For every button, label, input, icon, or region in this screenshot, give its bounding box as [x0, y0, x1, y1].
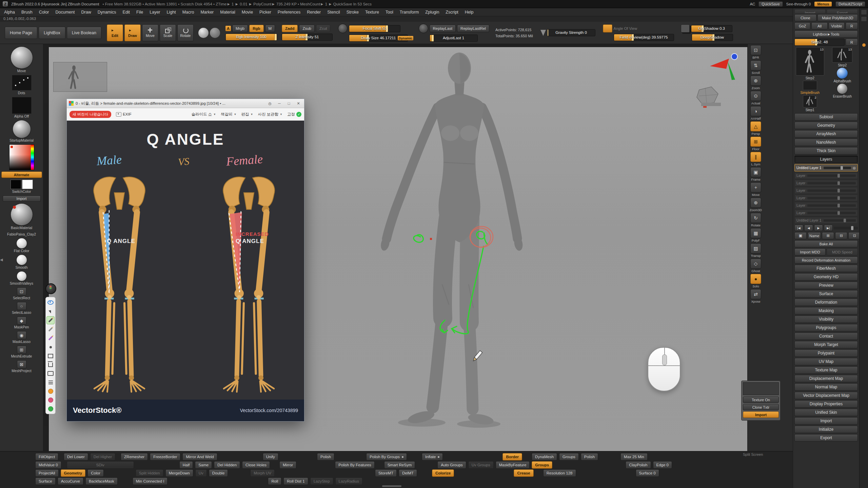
color-picker[interactable]: [9, 144, 34, 170]
layer-folder-icon[interactable]: ⊞: [822, 232, 834, 239]
make-polymesh3d-button[interactable]: Make PolyMesh3D: [817, 14, 858, 21]
slideshow-menu[interactable]: 슬라이드 쇼▼: [191, 112, 216, 117]
minimize-button[interactable]: ─: [276, 100, 283, 106]
bottom-bar-button[interactable]: Groups: [559, 453, 579, 461]
live-boolean-button[interactable]: Live Boolean: [67, 27, 101, 39]
menu-item[interactable]: Transform: [400, 10, 419, 15]
library-menu[interactable]: 사진 보관함▼: [258, 112, 282, 117]
palette-section[interactable]: Morph Target: [794, 341, 858, 348]
edit-menu[interactable]: 편집▼: [241, 112, 253, 117]
tray-divider-icon[interactable]: [861, 16, 867, 22]
import-mdd-button[interactable]: Import MDD: [794, 248, 826, 256]
menu-item[interactable]: Alpha: [4, 10, 15, 15]
edit-button[interactable]: Edit: [107, 24, 123, 41]
shelf-icon[interactable]: ⇄: [750, 289, 761, 299]
bottom-bar-button[interactable]: Same: [195, 461, 212, 469]
simplebrush-thumbnail[interactable]: [803, 81, 817, 90]
r-button[interactable]: R: [846, 22, 858, 29]
bottom-bar-button[interactable]: Edge 0: [653, 461, 672, 469]
replay-lastrel-button[interactable]: ReplayLastRel: [457, 25, 489, 32]
right-shelf-item[interactable]: ∥ L.Sym: [748, 152, 763, 166]
document-thumbnail[interactable]: [53, 62, 107, 92]
right-shelf-item[interactable]: ⊞ Floor: [748, 137, 763, 151]
bottom-bar-button[interactable]: Split Hidden: [136, 469, 163, 477]
menu-item[interactable]: Tool: [386, 10, 393, 15]
shelf-icon[interactable]: ⊡: [750, 45, 761, 55]
layer-record-icon[interactable]: ▣: [794, 232, 807, 239]
menu-item[interactable]: Stencil: [327, 10, 340, 15]
shelf-icon[interactable]: ⊞: [750, 137, 761, 147]
palette-section[interactable]: Subtool: [794, 113, 858, 121]
bottom-bar-button[interactable]: Max 25 Min: [620, 453, 647, 461]
palette-section[interactable]: Polygroups: [794, 324, 858, 331]
bake-all-button[interactable]: Bake All: [794, 240, 858, 247]
move-button[interactable]: Move: [142, 24, 158, 41]
shelf-icon[interactable]: ↻: [750, 213, 761, 223]
image-viewer-window[interactable]: 0 - 비율, 리듬 > female-and-male-skeleton-di…: [66, 99, 304, 422]
switch-color-label[interactable]: SwitchColor: [12, 190, 31, 194]
bottom-bar-button[interactable]: MergeDown: [165, 469, 193, 477]
palette-section[interactable]: UV Map: [794, 358, 858, 365]
active-layer-row[interactable]: Untitled Layer 1 ◎: [794, 164, 858, 171]
bottom-bar-button[interactable]: SDiv: [67, 461, 134, 469]
stroke-preview[interactable]: [12, 75, 32, 90]
right-shelf-item[interactable]: ▦ PolyF: [748, 228, 763, 242]
goz-visible-button[interactable]: Visible: [829, 22, 845, 29]
m-button[interactable]: M: [265, 25, 275, 32]
right-shelf-item[interactable]: ▨ Transp: [748, 243, 763, 258]
bottom-bar-button[interactable]: Polish: [317, 453, 334, 461]
bottom-bar-button[interactable]: Mirror: [279, 461, 296, 469]
bottom-bar-button[interactable]: Double: [209, 469, 228, 477]
bottom-bar-button[interactable]: MaskByFeature: [496, 461, 530, 469]
bottom-bar-button[interactable]: ZRemesher: [121, 453, 148, 461]
bottom-bar-button[interactable]: Mirror And Weld: [182, 453, 217, 461]
whiteboard-icon[interactable]: [47, 379, 54, 386]
texture-panel-button[interactable]: Texture On: [743, 396, 779, 403]
goz-all-button[interactable]: All: [811, 22, 827, 29]
layer-row[interactable]: Layer: [794, 195, 858, 201]
mdd-speed-button[interactable]: MDD Speed: [827, 248, 858, 256]
layer-row-bottom[interactable]: Untitled Layer 1: [794, 217, 858, 224]
layer-prev-button[interactable]: ◀: [804, 225, 813, 231]
layer-strength-slider[interactable]: [807, 175, 856, 177]
replay-icon[interactable]: [419, 24, 428, 33]
right-shelf-item[interactable]: ● Solo: [748, 274, 763, 288]
menu-item[interactable]: Dynamics: [98, 10, 116, 15]
palette-section[interactable]: Polypaint: [794, 349, 858, 357]
layer-new-icon[interactable]: ⊡: [848, 232, 859, 239]
palette-section[interactable]: Vector Displacement Map: [794, 392, 858, 399]
lightbox-tools-button[interactable]: Lightbox►Tools: [794, 30, 858, 38]
layer-first-button[interactable]: |◀: [794, 225, 803, 231]
right-shelf-item[interactable]: ⊙ Actual: [748, 91, 763, 105]
gravity-strength-slider[interactable]: Gravity Strength 0: [547, 29, 595, 36]
obj-shadow-slider[interactable]: ObjShadow 0.3: [691, 25, 732, 32]
tool-import-button[interactable]: Import: [794, 9, 826, 13]
alternate-button[interactable]: Alternate: [1, 171, 42, 178]
alpha-preview[interactable]: [12, 97, 32, 114]
shelf-icon[interactable]: ●: [750, 274, 761, 284]
shelf-icon[interactable]: ⊙: [750, 91, 761, 101]
layer-last-button[interactable]: ▶|: [824, 225, 833, 231]
zcut-button[interactable]: Zcut: [316, 25, 330, 32]
bottom-bar-button[interactable]: Surface 0: [636, 469, 659, 477]
current-tool-thumbnail[interactable]: 13: [796, 47, 824, 76]
bottom-bar-button[interactable]: Uv: [195, 469, 207, 477]
bottom-bar-button[interactable]: BackfaceMask: [85, 477, 118, 485]
bottom-bar-button[interactable]: Uv Groups: [468, 461, 494, 469]
menu-item[interactable]: Draw: [81, 10, 91, 15]
bottom-bar-button[interactable]: Polish By Groups: [366, 453, 407, 461]
texture-panel-button[interactable]: Clone Txtr: [743, 404, 779, 410]
bottom-bar-button[interactable]: Crease: [514, 469, 533, 477]
maximize-button[interactable]: □: [285, 100, 293, 106]
select-rect-icon[interactable]: ⊡: [17, 287, 26, 296]
palette-section[interactable]: Visibility: [794, 316, 858, 323]
select-lasso-icon[interactable]: ○: [17, 302, 26, 310]
shelf-icon[interactable]: ▦: [750, 228, 761, 238]
menu-item[interactable]: Stroke: [347, 10, 359, 15]
split-screen-label[interactable]: Split Screen: [743, 452, 763, 456]
cursor-tool-icon[interactable]: [47, 307, 54, 315]
pin-toggle[interactable]: 고정✓: [287, 112, 301, 117]
bottom-bar-button[interactable]: Colorize: [432, 469, 454, 477]
bottom-bar-button[interactable]: Min Connected I: [133, 477, 168, 485]
menu-item[interactable]: Preferences: [278, 10, 300, 15]
